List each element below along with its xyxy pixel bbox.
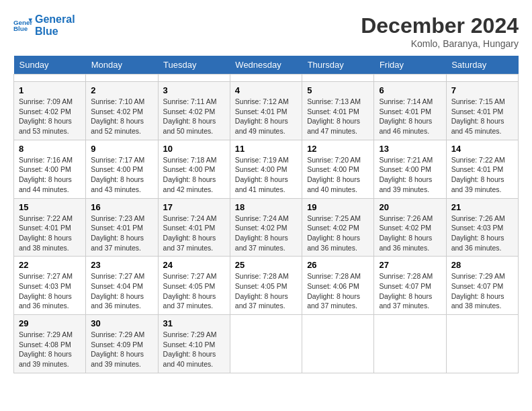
day-info: Sunrise: 7:11 AMSunset: 4:02 PMDaylight:… [163,97,225,136]
header-thursday: Thursday [302,56,374,75]
day-info: Sunrise: 7:26 AMSunset: 4:03 PMDaylight:… [451,214,513,253]
day-cell: 22Sunrise: 7:27 AMSunset: 4:03 PMDayligh… [14,257,86,315]
day-info: Sunrise: 7:26 AMSunset: 4:02 PMDaylight:… [379,214,441,253]
day-cell [230,75,302,82]
day-cell: 16Sunrise: 7:23 AMSunset: 4:01 PMDayligh… [86,198,158,257]
day-info: Sunrise: 7:17 AMSunset: 4:00 PMDaylight:… [91,155,152,195]
day-cell [158,75,230,82]
day-number: 5 [307,85,369,95]
day-info: Sunrise: 7:19 AMSunset: 4:00 PMDaylight:… [235,155,297,195]
day-number: 14 [451,144,513,154]
day-number: 23 [91,260,152,270]
header-row: SundayMondayTuesdayWednesdayThursdayFrid… [14,56,519,75]
day-cell: 1Sunrise: 7:09 AMSunset: 4:02 PMDaylight… [14,82,86,140]
calendar-table: SundayMondayTuesdayWednesdayThursdayFrid… [13,56,519,373]
day-number: 15 [19,202,81,212]
day-cell: 11Sunrise: 7:19 AMSunset: 4:00 PMDayligh… [230,140,302,198]
day-info: Sunrise: 7:29 AMSunset: 4:08 PMDaylight:… [19,330,81,369]
day-number: 20 [379,202,441,212]
day-cell: 20Sunrise: 7:26 AMSunset: 4:02 PMDayligh… [374,198,446,257]
week-row-4: 22Sunrise: 7:27 AMSunset: 4:03 PMDayligh… [14,257,519,315]
day-info: Sunrise: 7:28 AMSunset: 4:06 PMDaylight:… [307,271,369,311]
day-cell [374,315,446,373]
day-number: 24 [163,260,225,270]
day-number: 13 [379,144,441,154]
day-number: 8 [19,144,81,154]
day-info: Sunrise: 7:28 AMSunset: 4:07 PMDaylight:… [379,271,441,311]
day-cell: 24Sunrise: 7:27 AMSunset: 4:05 PMDayligh… [158,257,230,315]
day-number: 3 [163,85,225,95]
week-row-3: 15Sunrise: 7:22 AMSunset: 4:01 PMDayligh… [14,198,519,257]
day-cell: 8Sunrise: 7:16 AMSunset: 4:00 PMDaylight… [14,140,86,198]
day-cell: 5Sunrise: 7:13 AMSunset: 4:01 PMDaylight… [302,82,374,140]
day-cell: 10Sunrise: 7:18 AMSunset: 4:00 PMDayligh… [158,140,230,198]
header-monday: Monday [86,56,158,75]
day-cell: 26Sunrise: 7:28 AMSunset: 4:06 PMDayligh… [302,257,374,315]
day-info: Sunrise: 7:24 AMSunset: 4:02 PMDaylight:… [235,214,297,253]
day-cell: 21Sunrise: 7:26 AMSunset: 4:03 PMDayligh… [446,198,518,257]
day-cell: 27Sunrise: 7:28 AMSunset: 4:07 PMDayligh… [374,257,446,315]
day-info: Sunrise: 7:22 AMSunset: 4:01 PMDaylight:… [19,214,81,253]
header-saturday: Saturday [446,56,518,75]
header-sunday: Sunday [14,56,86,75]
day-cell: 9Sunrise: 7:17 AMSunset: 4:00 PMDaylight… [86,140,158,198]
header-tuesday: Tuesday [158,56,230,75]
day-cell [446,75,518,82]
header-friday: Friday [374,56,446,75]
day-number: 26 [307,260,369,270]
day-cell: 30Sunrise: 7:29 AMSunset: 4:09 PMDayligh… [86,315,158,373]
day-cell: 14Sunrise: 7:22 AMSunset: 4:01 PMDayligh… [446,140,518,198]
day-number: 12 [307,144,369,154]
day-cell: 13Sunrise: 7:21 AMSunset: 4:00 PMDayligh… [374,140,446,198]
day-cell [86,75,158,82]
day-number: 9 [91,144,152,154]
day-info: Sunrise: 7:10 AMSunset: 4:02 PMDaylight:… [91,97,152,136]
day-number: 11 [235,144,297,154]
day-info: Sunrise: 7:24 AMSunset: 4:01 PMDaylight:… [163,214,225,253]
day-number: 1 [19,85,81,95]
day-cell [14,75,86,82]
svg-text:Blue: Blue [13,25,28,32]
day-cell [230,315,302,373]
day-cell: 19Sunrise: 7:25 AMSunset: 4:02 PMDayligh… [302,198,374,257]
day-cell [302,315,374,373]
day-number: 22 [19,260,81,270]
day-number: 2 [91,85,152,95]
day-cell [302,75,374,82]
day-number: 28 [451,260,513,270]
day-number: 18 [235,202,297,212]
day-info: Sunrise: 7:27 AMSunset: 4:05 PMDaylight:… [163,271,225,311]
day-number: 25 [235,260,297,270]
page-header: General Blue General Blue December 2024 … [13,13,519,49]
day-cell: 29Sunrise: 7:29 AMSunset: 4:08 PMDayligh… [14,315,86,373]
day-info: Sunrise: 7:29 AMSunset: 4:07 PMDaylight:… [451,271,513,311]
day-cell: 6Sunrise: 7:14 AMSunset: 4:01 PMDaylight… [374,82,446,140]
day-number: 6 [379,85,441,95]
day-info: Sunrise: 7:27 AMSunset: 4:04 PMDaylight:… [91,271,152,311]
week-row-5: 29Sunrise: 7:29 AMSunset: 4:08 PMDayligh… [14,315,519,373]
day-info: Sunrise: 7:09 AMSunset: 4:02 PMDaylight:… [19,97,81,136]
day-cell: 31Sunrise: 7:29 AMSunset: 4:10 PMDayligh… [158,315,230,373]
day-info: Sunrise: 7:22 AMSunset: 4:01 PMDaylight:… [451,155,513,195]
title-area: December 2024 Komlo, Baranya, Hungary [361,13,519,49]
day-number: 30 [91,318,152,328]
day-number: 29 [19,318,81,328]
day-cell: 17Sunrise: 7:24 AMSunset: 4:01 PMDayligh… [158,198,230,257]
day-number: 19 [307,202,369,212]
month-year-title: December 2024 [361,13,519,38]
day-info: Sunrise: 7:13 AMSunset: 4:01 PMDaylight:… [307,97,369,136]
week-row-0 [14,75,519,82]
day-number: 27 [379,260,441,270]
day-cell: 12Sunrise: 7:20 AMSunset: 4:00 PMDayligh… [302,140,374,198]
day-info: Sunrise: 7:29 AMSunset: 4:09 PMDaylight:… [91,330,152,369]
day-number: 21 [451,202,513,212]
day-info: Sunrise: 7:27 AMSunset: 4:03 PMDaylight:… [19,271,81,311]
day-cell: 3Sunrise: 7:11 AMSunset: 4:02 PMDaylight… [158,82,230,140]
day-cell: 28Sunrise: 7:29 AMSunset: 4:07 PMDayligh… [446,257,518,315]
week-row-2: 8Sunrise: 7:16 AMSunset: 4:00 PMDaylight… [14,140,519,198]
day-cell: 4Sunrise: 7:12 AMSunset: 4:01 PMDaylight… [230,82,302,140]
header-wednesday: Wednesday [230,56,302,75]
day-cell [446,315,518,373]
day-number: 31 [163,318,225,328]
logo: General Blue General Blue [13,13,75,38]
